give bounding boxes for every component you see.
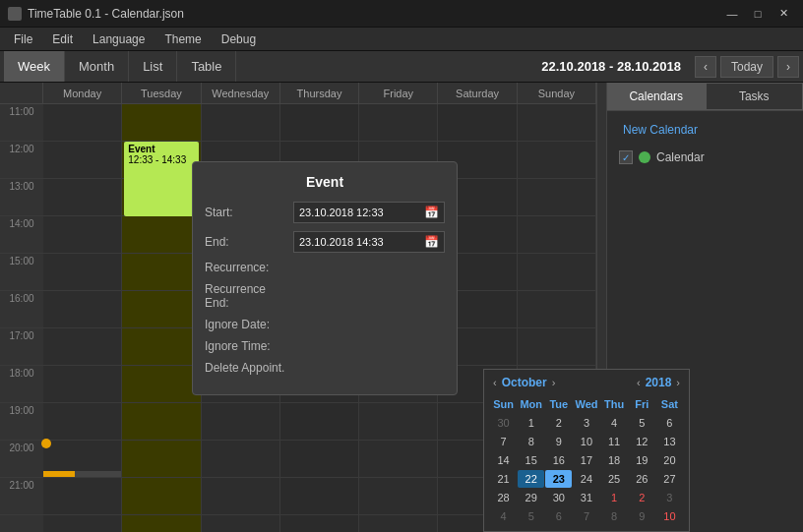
cell-tue-16[interactable]: [122, 291, 200, 328]
dp-day-cell[interactable]: 2: [545, 414, 572, 432]
cell-wed-11[interactable]: [202, 104, 279, 142]
start-input[interactable]: 23.10.2018 12:33 📅: [293, 202, 445, 223]
dp-day-cell[interactable]: 4: [601, 414, 628, 432]
tab-tasks[interactable]: Tasks: [706, 83, 804, 110]
dp-day-cell[interactable]: 1: [601, 489, 628, 506]
cell-mon-17[interactable]: [43, 328, 121, 366]
dp-day-cell[interactable]: 8: [601, 507, 628, 525]
dp-day-cell[interactable]: 26: [629, 470, 655, 488]
dp-header: ‹ October › ‹ 2018 ›: [490, 376, 683, 389]
cell-tue-15[interactable]: [122, 254, 200, 291]
dp-day-cell[interactable]: 15: [518, 451, 544, 469]
cell-mon-12[interactable]: [43, 142, 121, 179]
datepicker[interactable]: ‹ October › ‹ 2018 › SunMonTueWedThuFriS…: [483, 369, 690, 532]
dp-day-cell[interactable]: 3: [573, 414, 599, 432]
cell-mon-13[interactable]: [43, 179, 121, 216]
dp-day-cell[interactable]: 20: [656, 451, 683, 469]
dp-day-cell[interactable]: 30: [545, 489, 572, 506]
cell-mon-14[interactable]: [43, 216, 121, 254]
cell-tue-11[interactable]: [122, 104, 200, 142]
dp-day-cell[interactable]: 13: [656, 433, 683, 450]
cell-mon-19[interactable]: [43, 403, 121, 441]
end-calendar-icon[interactable]: 📅: [424, 235, 439, 249]
dp-day-cell[interactable]: 3: [656, 489, 683, 506]
dp-day-cell[interactable]: 10: [573, 433, 599, 450]
cell-tue-14[interactable]: [122, 216, 200, 254]
dp-day-cell[interactable]: 6: [545, 507, 572, 525]
tab-list[interactable]: List: [129, 51, 177, 82]
dp-day-cell[interactable]: 4: [490, 507, 517, 525]
dp-day-cell[interactable]: 21: [490, 470, 517, 488]
dp-day-cell[interactable]: 16: [545, 451, 572, 469]
menu-theme[interactable]: Theme: [154, 30, 211, 48]
dp-prev-year[interactable]: ‹: [634, 376, 644, 389]
dp-next-month[interactable]: ›: [549, 376, 559, 389]
dp-day-cell[interactable]: 25: [601, 470, 628, 488]
cell-tue-17[interactable]: [122, 328, 200, 366]
cell-tue-21[interactable]: [122, 478, 200, 515]
dp-day-cell[interactable]: 5: [629, 414, 655, 432]
dp-day-cell[interactable]: 17: [573, 451, 599, 469]
window-title: TimeTable 0.1 - Calendar.json: [28, 7, 184, 21]
dp-day-cell[interactable]: 30: [490, 414, 517, 432]
dp-day-cell[interactable]: 24: [573, 470, 599, 488]
panel-tabs: Calendars Tasks: [607, 83, 803, 111]
dp-day-cell[interactable]: 5: [518, 507, 544, 525]
cell-mon-18[interactable]: [43, 366, 121, 403]
today-button[interactable]: Today: [720, 56, 773, 78]
tab-week[interactable]: Week: [4, 51, 65, 82]
dp-day-cell[interactable]: 9: [545, 433, 572, 450]
dp-day-cell[interactable]: 29: [518, 489, 544, 506]
titlebar: TimeTable 0.1 - Calendar.json — □ ✕: [0, 0, 803, 28]
menu-language[interactable]: Language: [83, 30, 154, 48]
menu-edit[interactable]: Edit: [42, 30, 83, 48]
dp-day-cell[interactable]: 6: [656, 414, 683, 432]
dp-day-cell[interactable]: 12: [629, 433, 655, 450]
dp-next-year[interactable]: ›: [673, 376, 683, 389]
dp-day-cell[interactable]: 14: [490, 451, 517, 469]
cell-tue-19[interactable]: [122, 403, 200, 441]
menu-debug[interactable]: Debug: [212, 30, 266, 48]
cell-mon-15[interactable]: [43, 254, 121, 291]
cell-mon-11[interactable]: [43, 104, 121, 142]
dp-day-cell[interactable]: 10: [656, 507, 683, 525]
minimize-button[interactable]: —: [720, 5, 744, 23]
dp-day-cell[interactable]: 7: [573, 507, 599, 525]
dp-day-cell[interactable]: 27: [656, 470, 683, 488]
end-input[interactable]: 23.10.2018 14:33 📅: [293, 231, 445, 253]
tab-calendars[interactable]: Calendars: [607, 83, 706, 110]
event-block[interactable]: Event 12:33 - 14:33: [124, 142, 198, 216]
dp-day-cell[interactable]: 1: [518, 414, 544, 432]
calendar-item: ✓ Calendar: [615, 148, 795, 166]
dp-day-cell[interactable]: 23: [545, 470, 572, 488]
dp-day-cell[interactable]: 18: [601, 451, 628, 469]
calendar-checkbox[interactable]: ✓: [619, 150, 633, 164]
dp-prev-month[interactable]: ‹: [490, 376, 500, 389]
col-monday: [43, 104, 122, 532]
dp-day-cell[interactable]: 22: [518, 470, 544, 488]
dp-day-cell[interactable]: 9: [629, 507, 655, 525]
maximize-button[interactable]: □: [746, 5, 770, 23]
tab-month[interactable]: Month: [65, 51, 129, 82]
cell-mon-20[interactable]: [43, 441, 121, 478]
dp-day-cell[interactable]: 28: [490, 489, 517, 506]
dp-day-cell[interactable]: 31: [573, 489, 599, 506]
start-calendar-icon[interactable]: 📅: [424, 206, 439, 219]
dp-day-cell[interactable]: 7: [490, 433, 517, 450]
cell-mon-21[interactable]: [43, 478, 121, 515]
cell-mon-16[interactable]: [43, 291, 121, 328]
prev-button[interactable]: ‹: [695, 56, 716, 78]
cell-tue-18[interactable]: [122, 366, 200, 403]
close-button[interactable]: ✕: [772, 5, 795, 23]
dp-day-cell[interactable]: 11: [601, 433, 628, 450]
event-dialog[interactable]: Event Start: 23.10.2018 12:33 📅 End: 23.…: [192, 161, 458, 395]
dp-day-cell[interactable]: 2: [629, 489, 655, 506]
cell-tue-20[interactable]: [122, 441, 200, 478]
tab-table[interactable]: Table: [177, 51, 236, 82]
menu-file[interactable]: File: [4, 30, 42, 48]
dp-day-cell[interactable]: 8: [518, 433, 544, 450]
progress-dot: [41, 439, 51, 448]
dp-day-cell[interactable]: 19: [629, 451, 655, 469]
next-button[interactable]: ›: [777, 56, 799, 78]
new-calendar-button[interactable]: New Calendar: [615, 119, 795, 141]
